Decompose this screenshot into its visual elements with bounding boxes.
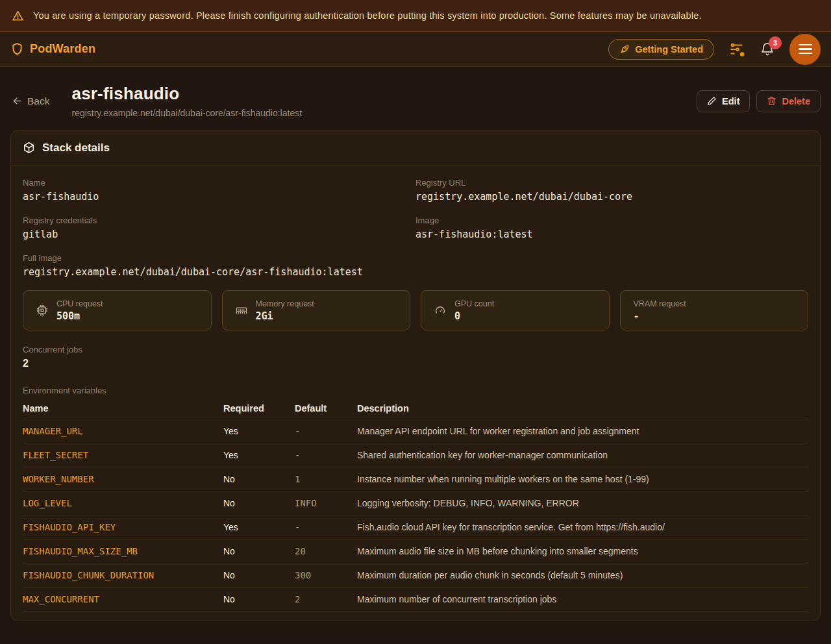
column-header-default: Default: [295, 403, 357, 414]
resource-value: 0: [454, 310, 494, 322]
env-var-required: Yes: [223, 426, 295, 436]
delete-label: Delete: [782, 96, 810, 106]
field-value: asr-fishaudio:latest: [416, 229, 808, 240]
memory-icon: [236, 304, 247, 316]
field-image: Image asr-fishaudio:latest: [416, 216, 808, 240]
field-registry-url: Registry URL registry.example.net/dubai/…: [416, 178, 808, 203]
env-var-required: Yes: [223, 450, 295, 460]
env-var-required: Yes: [223, 522, 295, 532]
resource-label: VRAM request: [634, 299, 686, 308]
stack-details-card: Stack details Name asr-fishaudio Registr…: [10, 130, 821, 621]
filters-sliders-icon[interactable]: [728, 41, 745, 58]
stack-fields: Name asr-fishaudio Registry URL registry…: [23, 178, 808, 278]
page-subtitle: registry.example.net/dubai/dubai-core/as…: [71, 108, 302, 118]
concurrent-jobs-value: 2: [23, 358, 808, 369]
table-row: WORKER_NUMBER No 1 Instance number when …: [23, 467, 808, 491]
concurrent-jobs: Concurrent jobs 2: [23, 345, 808, 369]
trash-icon: [767, 96, 776, 106]
env-var-default: 1: [295, 474, 357, 484]
env-var-name: FISHAUDIO_CHUNK_DURATION: [23, 570, 223, 580]
resource-value: 500m: [56, 310, 103, 322]
gpu-count-card: GPU count 0: [421, 290, 610, 330]
env-var-name: FISHAUDIO_API_KEY: [23, 522, 223, 532]
column-header-description: Description: [357, 403, 808, 414]
resource-cards: CPU request 500m Memory request 2Gi: [23, 290, 808, 330]
env-variables-label: Environment variables: [23, 386, 808, 395]
env-var-default: 20: [295, 546, 357, 556]
env-var-name: MANAGER_URL: [23, 426, 223, 436]
table-row: FLEET_SECRET Yes - Shared authentication…: [23, 443, 808, 467]
env-var-required: No: [223, 546, 295, 556]
table-row: FISHAUDIO_MAX_SIZE_MB No 20 Maximum audi…: [23, 539, 808, 564]
section-title: Stack details: [42, 142, 110, 155]
field-label: Registry credentials: [23, 216, 416, 225]
page-title: asr-fishaudio: [71, 84, 302, 104]
temporary-password-banner: You are using a temporary password. Plea…: [0, 0, 831, 32]
env-var-default: 300: [295, 570, 357, 580]
card-header: Stack details: [11, 130, 820, 166]
env-var-name: WORKER_NUMBER: [23, 474, 223, 484]
table-row: MANAGER_URL Yes - Manager API endpoint U…: [23, 419, 808, 443]
hamburger-icon: [799, 44, 812, 46]
env-var-name: FISHAUDIO_MAX_SIZE_MB: [23, 546, 223, 556]
field-label: Name: [23, 178, 416, 188]
env-var-required: No: [223, 594, 295, 604]
back-button[interactable]: Back: [12, 95, 49, 107]
table-header-row: Name Required Default Description: [23, 399, 808, 419]
vram-request-card: VRAM request -: [620, 290, 809, 330]
brand[interactable]: PodWarden: [10, 42, 95, 56]
getting-started-button[interactable]: Getting Started: [608, 39, 714, 60]
field-label: Registry URL: [416, 178, 808, 188]
edit-label: Edit: [722, 96, 739, 106]
field-value: registry.example.net/dubai/dubai-core/as…: [23, 266, 808, 278]
notifications-bell-icon[interactable]: 3: [760, 42, 775, 57]
env-var-required: No: [223, 474, 295, 484]
hamburger-menu-button[interactable]: [789, 34, 821, 65]
field-registry-credentials: Registry credentials gitlab: [23, 216, 416, 240]
column-header-name: Name: [23, 403, 223, 414]
env-var-default: 2: [295, 594, 357, 604]
field-label: Image: [416, 216, 808, 225]
edit-button[interactable]: Edit: [697, 90, 750, 112]
env-var-default: -: [295, 426, 357, 436]
package-icon: [23, 142, 35, 154]
field-value: registry.example.net/dubai/dubai-core: [416, 191, 808, 203]
env-variables-table: Name Required Default Description MANAGE…: [23, 399, 808, 612]
concurrent-jobs-label: Concurrent jobs: [23, 345, 808, 354]
resource-value: -: [634, 310, 686, 322]
getting-started-label: Getting Started: [635, 44, 703, 55]
cpu-icon: [36, 304, 48, 316]
resource-label: GPU count: [454, 299, 494, 308]
env-var-description: Maximum duration per audio chunk in seco…: [357, 570, 808, 580]
env-var-required: No: [223, 570, 295, 580]
shield-logo-icon: [10, 42, 24, 56]
env-var-description: Logging verbosity: DEBUG, INFO, WARNING,…: [357, 498, 808, 508]
brand-name: PodWarden: [30, 42, 95, 56]
gauge-icon: [434, 304, 446, 316]
env-var-description: Fish.audio cloud API key for transcripti…: [357, 522, 808, 532]
env-var-name: FLEET_SECRET: [23, 450, 223, 460]
table-row: LOG_LEVEL No INFO Logging verbosity: DEB…: [23, 491, 808, 515]
env-var-name: LOG_LEVEL: [23, 498, 223, 508]
resource-label: CPU request: [56, 299, 103, 308]
app-header: PodWarden Getting Started 3: [0, 32, 831, 67]
table-row: FISHAUDIO_API_KEY Yes - Fish.audio cloud…: [23, 515, 808, 539]
memory-request-card: Memory request 2Gi: [222, 290, 411, 330]
field-label: Full image: [23, 253, 808, 263]
table-row: FISHAUDIO_CHUNK_DURATION No 300 Maximum …: [23, 564, 808, 588]
table-row: MAX_CONCURRENT No 2 Maximum number of co…: [23, 588, 808, 612]
env-var-default: -: [295, 450, 357, 460]
resource-value: 2Gi: [256, 310, 314, 322]
banner-text: You are using a temporary password. Plea…: [33, 10, 702, 21]
env-var-description: Manager API endpoint URL for worker regi…: [357, 426, 808, 436]
column-header-required: Required: [223, 403, 295, 414]
env-var-description: Maximum number of concurrent transcripti…: [357, 594, 808, 604]
rocket-icon: [619, 44, 630, 55]
field-value: gitlab: [23, 229, 416, 240]
env-var-description: Maximum audio file size in MB before chu…: [357, 546, 808, 556]
env-var-default: -: [295, 522, 357, 532]
pencil-icon: [707, 96, 717, 106]
env-var-name: MAX_CONCURRENT: [23, 594, 223, 604]
delete-button[interactable]: Delete: [756, 90, 821, 112]
env-var-description: Instance number when running multiple wo…: [357, 474, 808, 484]
